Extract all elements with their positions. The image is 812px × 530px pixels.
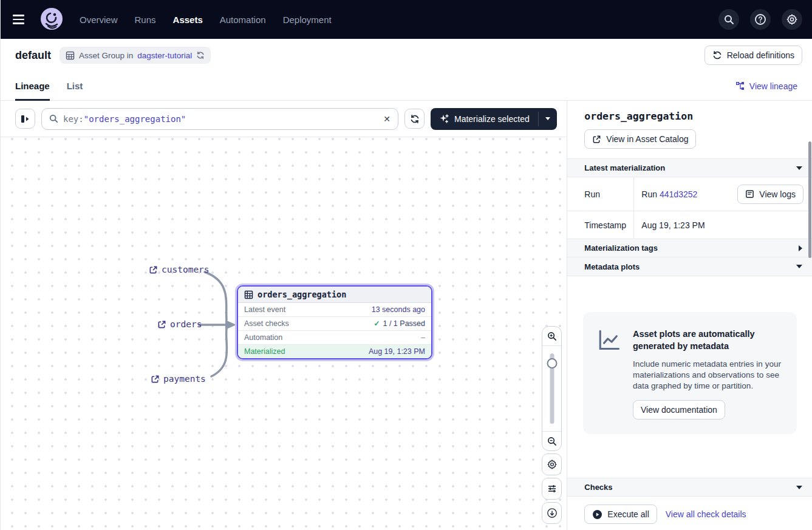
chevron-right-icon bbox=[799, 245, 802, 251]
view-logs-label: View logs bbox=[759, 189, 796, 199]
view-in-asset-catalog-button[interactable]: View in Asset Catalog bbox=[584, 129, 696, 149]
search-icon[interactable] bbox=[718, 9, 739, 30]
dagster-app: Overview Runs Assets Automation Deployme… bbox=[0, 0, 812, 530]
run-id-link[interactable]: 441d3252 bbox=[660, 189, 697, 199]
asset-node-orders-aggregation[interactable]: orders_aggregation Latest event 13 secon… bbox=[237, 285, 432, 359]
chevron-down-icon bbox=[796, 166, 802, 170]
dagster-logo-icon[interactable] bbox=[39, 7, 64, 32]
view-all-check-details-link[interactable]: View all check details bbox=[666, 509, 746, 519]
line-chart-icon bbox=[596, 328, 622, 353]
check-icon: ✓ bbox=[374, 319, 380, 328]
lineage-toolbar: key:"orders_aggregation" ✕ Materialize s… bbox=[1, 101, 567, 137]
nav-assets[interactable]: Assets bbox=[173, 15, 203, 25]
materialize-dropdown-button[interactable] bbox=[539, 108, 557, 130]
section-metadata-plots[interactable]: Metadata plots bbox=[567, 257, 812, 276]
reload-icon bbox=[712, 50, 722, 60]
node-row-materialized: Materialized Aug 19, 1:23 PM bbox=[238, 345, 431, 358]
asset-group-badge[interactable]: Asset Group in dagster-tutorial bbox=[60, 47, 211, 64]
asset-node-customers[interactable]: customers bbox=[149, 265, 210, 274]
asset-node-header: orders_aggregation bbox=[238, 287, 431, 303]
hamburger-menu-icon[interactable] bbox=[13, 11, 30, 28]
zoom-controls bbox=[542, 326, 562, 451]
page-header: default Asset Group in dagster-tutorial … bbox=[1, 39, 812, 72]
grid-icon bbox=[66, 51, 75, 60]
nav-deployment[interactable]: Deployment bbox=[283, 15, 332, 25]
refresh-graph-button[interactable] bbox=[404, 109, 425, 129]
tab-list[interactable]: List bbox=[67, 72, 83, 100]
view-documentation-button[interactable]: View documentation bbox=[633, 400, 725, 420]
external-link-icon bbox=[151, 375, 160, 384]
expand-sidebar-button[interactable] bbox=[15, 109, 35, 129]
sparkle-icon bbox=[439, 114, 449, 124]
asset-detail-panel: orders_aggregation View in Asset Catalog… bbox=[567, 101, 812, 530]
view-in-catalog-label: View in Asset Catalog bbox=[606, 134, 688, 144]
page-title: default bbox=[15, 49, 51, 62]
asset-node-title: orders_aggregation bbox=[258, 290, 346, 299]
timestamp-row-label: Timestamp bbox=[567, 211, 634, 239]
nav-automation[interactable]: Automation bbox=[220, 15, 266, 25]
view-logs-button[interactable]: View logs bbox=[737, 185, 803, 204]
execute-all-button[interactable]: Execute all bbox=[584, 505, 657, 524]
run-row: Run Run 441d3252 View logs bbox=[567, 177, 812, 211]
panel-asset-title: orders_aggregation bbox=[584, 110, 812, 122]
lineage-canvas[interactable]: customers orders payments orders_aggrega… bbox=[1, 137, 567, 530]
zoom-in-button[interactable] bbox=[542, 327, 561, 346]
asset-plots-info-card: Asset plots are automatically generated … bbox=[583, 312, 797, 434]
view-lineage-label: View lineage bbox=[749, 81, 797, 91]
section-label: Latest materialization bbox=[584, 163, 665, 172]
recenter-icon bbox=[547, 508, 558, 518]
asset-search-input[interactable]: key:"orders_aggregation" ✕ bbox=[41, 108, 398, 130]
row-label: Materialized bbox=[244, 347, 285, 356]
section-latest-materialization[interactable]: Latest materialization bbox=[567, 158, 812, 177]
repo-link[interactable]: dagster-tutorial bbox=[137, 51, 192, 60]
help-icon[interactable] bbox=[750, 9, 771, 30]
asset-node-payments[interactable]: payments bbox=[151, 374, 206, 384]
section-checks[interactable]: Checks bbox=[567, 478, 812, 497]
materialize-selected-button[interactable]: Materialize selected bbox=[431, 108, 557, 130]
settings-gear-icon[interactable] bbox=[782, 9, 802, 30]
row-label: Latest event bbox=[244, 305, 285, 314]
panel-scrollbar[interactable] bbox=[808, 141, 811, 258]
plots-card-title: Asset plots are automatically generated … bbox=[633, 328, 785, 353]
recenter-graph-button[interactable] bbox=[542, 502, 562, 524]
zoom-slider-handle[interactable] bbox=[547, 358, 557, 369]
materialize-label: Materialize selected bbox=[454, 114, 530, 124]
refresh-icon[interactable] bbox=[196, 51, 205, 59]
reload-definitions-label: Reload definitions bbox=[727, 50, 794, 60]
section-label: Checks bbox=[584, 483, 612, 492]
reload-definitions-button[interactable]: Reload definitions bbox=[705, 46, 802, 65]
timestamp-value: Aug 19, 1:23 PM bbox=[634, 220, 812, 230]
timestamp-row: Timestamp Aug 19, 1:23 PM bbox=[567, 211, 812, 239]
search-query-prefix: key: bbox=[63, 114, 84, 124]
row-label: Asset checks bbox=[244, 319, 289, 328]
search-icon bbox=[49, 114, 58, 123]
chevron-down-icon bbox=[796, 486, 802, 489]
asset-node-orders[interactable]: orders bbox=[157, 319, 202, 329]
section-label: Metadata plots bbox=[584, 262, 640, 271]
tab-lineage[interactable]: Lineage bbox=[15, 72, 50, 100]
row-value: – bbox=[421, 333, 425, 342]
graph-filters-button[interactable] bbox=[542, 478, 562, 500]
asset-label-text: payments bbox=[163, 374, 206, 384]
row-label: Automation bbox=[244, 333, 282, 342]
view-lineage-link[interactable]: View lineage bbox=[735, 72, 797, 100]
row-value: 1 / 1 Passed bbox=[383, 319, 426, 328]
graph-settings-button[interactable] bbox=[542, 454, 562, 475]
row-value: Aug 19, 1:23 PM bbox=[369, 347, 425, 356]
plots-card-body: Include numeric metadata entries in your… bbox=[633, 359, 785, 392]
sliders-icon bbox=[547, 484, 557, 494]
lineage-icon bbox=[735, 81, 745, 91]
badge-text: Asset Group in bbox=[79, 51, 133, 60]
asset-label-text: customers bbox=[162, 265, 210, 274]
node-row-latest-event: Latest event 13 seconds ago bbox=[238, 303, 431, 317]
section-materialization-tags[interactable]: Materialization tags bbox=[567, 239, 812, 257]
gear-icon bbox=[547, 459, 558, 470]
node-row-asset-checks: Asset checks ✓1 / 1 Passed bbox=[238, 317, 431, 331]
nav-runs[interactable]: Runs bbox=[135, 15, 156, 25]
nav-overview[interactable]: Overview bbox=[80, 15, 118, 25]
section-label: Materialization tags bbox=[584, 243, 658, 253]
primary-nav: Overview Runs Assets Automation Deployme… bbox=[80, 15, 332, 25]
table-icon bbox=[244, 290, 253, 299]
clear-search-icon[interactable]: ✕ bbox=[383, 114, 391, 124]
zoom-out-button[interactable] bbox=[542, 431, 561, 450]
